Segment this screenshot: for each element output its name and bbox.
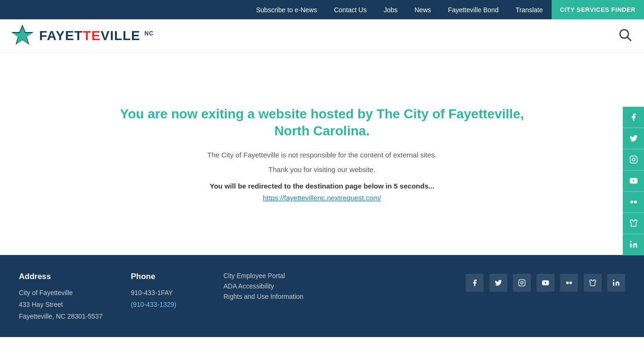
nav-jobs[interactable]: Jobs (375, 0, 406, 19)
footer-social-facebook[interactable] (466, 274, 484, 292)
svg-rect-10 (630, 243, 631, 247)
social-instagram[interactable] (623, 149, 644, 171)
instagram-icon (629, 156, 638, 164)
footer-social-flickr[interactable] (560, 274, 578, 292)
svg-point-14 (523, 281, 524, 281)
exit-thankyou: Thank you for visiting our website. (269, 165, 376, 173)
logo-star-icon (9, 23, 35, 49)
footer-link-employee-portal[interactable]: City Employee Portal (223, 272, 304, 280)
linkedin-icon (629, 240, 638, 249)
nav-subscribe[interactable]: Subscribe to e-News (248, 0, 325, 19)
footer-social-linkedin[interactable] (607, 274, 625, 292)
footer-links: City Employee Portal ADA Accessibility R… (223, 272, 304, 323)
footer-phone-heading: Phone (131, 272, 176, 281)
city-services-finder-button[interactable]: CITY SERVICES FINDER (552, 0, 644, 19)
svg-rect-12 (519, 280, 525, 286)
footer-social (466, 272, 625, 323)
exit-subtext: The City of Fayetteville is not responsi… (207, 151, 437, 159)
footer-link-rights[interactable]: Rights and Use Information (223, 293, 304, 300)
svg-rect-4 (630, 156, 637, 163)
exit-heading: You are now exiting a website hosted by … (110, 106, 534, 140)
store-icon (629, 219, 638, 228)
nav-translate[interactable]: Translate (507, 0, 552, 19)
svg-point-16 (566, 281, 569, 284)
svg-marker-1 (13, 26, 32, 44)
footer-address: Address City of Fayetteville 433 Hay Str… (19, 272, 102, 323)
svg-point-13 (520, 281, 523, 284)
site-logo[interactable]: FAYETTEVILLE NC (9, 23, 154, 49)
social-store[interactable] (623, 213, 644, 234)
svg-point-17 (570, 281, 572, 284)
site-footer: Address City of Fayetteville 433 Hay Str… (0, 255, 644, 337)
logo-name: FAYETTEVILLE NC (39, 29, 154, 42)
footer-phone-lines: 910-433-1FAY (910-433-1329) (131, 287, 176, 311)
footer-address-line3: Fayetteville, NC 28301-5537 (19, 313, 102, 320)
svg-point-19 (613, 280, 614, 281)
facebook-icon (629, 113, 638, 122)
social-facebook[interactable] (623, 107, 644, 128)
footer-social-youtube[interactable] (537, 274, 554, 292)
nav-news[interactable]: News (406, 0, 439, 19)
svg-point-5 (632, 158, 635, 161)
social-linkedin[interactable] (623, 234, 644, 255)
footer-phone-alt[interactable]: (910-433-1329) (131, 301, 176, 308)
redirect-text: You will be redirected to the destinatio… (210, 182, 434, 190)
footer-address-line1: City of Fayetteville (19, 289, 73, 296)
logo-te: TE (83, 28, 101, 43)
search-icon (618, 28, 632, 42)
footer-address-lines: City of Fayetteville 433 Hay Street Faye… (19, 287, 102, 323)
social-twitter[interactable] (623, 128, 644, 149)
svg-rect-18 (613, 282, 614, 286)
site-header: FAYETTEVILLE NC (0, 19, 644, 52)
footer-social-instagram[interactable] (513, 274, 531, 292)
footer-address-line2: 433 Hay Street (19, 301, 63, 308)
svg-point-8 (630, 201, 633, 204)
footer-social-store[interactable] (584, 274, 602, 292)
logo-ville: VILLE (100, 28, 140, 43)
main-content: You are now exiting a website hosted by … (0, 52, 644, 255)
search-button[interactable] (616, 25, 635, 46)
svg-line-3 (627, 37, 631, 41)
top-navigation: Subscribe to e-News Contact Us Jobs News… (0, 0, 644, 19)
footer-phone-main: 910-433-1FAY (131, 289, 173, 296)
nav-contact[interactable]: Contact Us (325, 0, 375, 19)
logo-fay: FAYET (39, 28, 83, 43)
top-nav-links: Subscribe to e-News Contact Us Jobs News… (248, 0, 644, 19)
logo-nc-sup: NC (145, 30, 154, 36)
flickr-icon (629, 198, 638, 206)
youtube-icon (629, 177, 638, 185)
svg-point-6 (635, 157, 636, 158)
footer-phone: Phone 910-433-1FAY (910-433-1329) (131, 272, 176, 323)
footer-link-ada[interactable]: ADA Accessibility (223, 282, 304, 290)
redirect-link[interactable]: https://fayettevillenc.nextrequest.com/ (263, 194, 381, 202)
social-youtube[interactable] (623, 171, 644, 192)
svg-point-9 (634, 201, 636, 204)
logo-text: FAYETTEVILLE NC (39, 29, 154, 42)
twitter-icon (629, 134, 638, 143)
nav-bond[interactable]: Fayetteville Bond (439, 0, 507, 19)
social-sidebar (623, 107, 644, 255)
footer-top: Address City of Fayetteville 433 Hay Str… (19, 272, 625, 323)
footer-address-heading: Address (19, 272, 102, 281)
social-flickr[interactable] (623, 192, 644, 213)
footer-social-twitter[interactable] (489, 274, 507, 292)
svg-point-11 (630, 241, 631, 242)
